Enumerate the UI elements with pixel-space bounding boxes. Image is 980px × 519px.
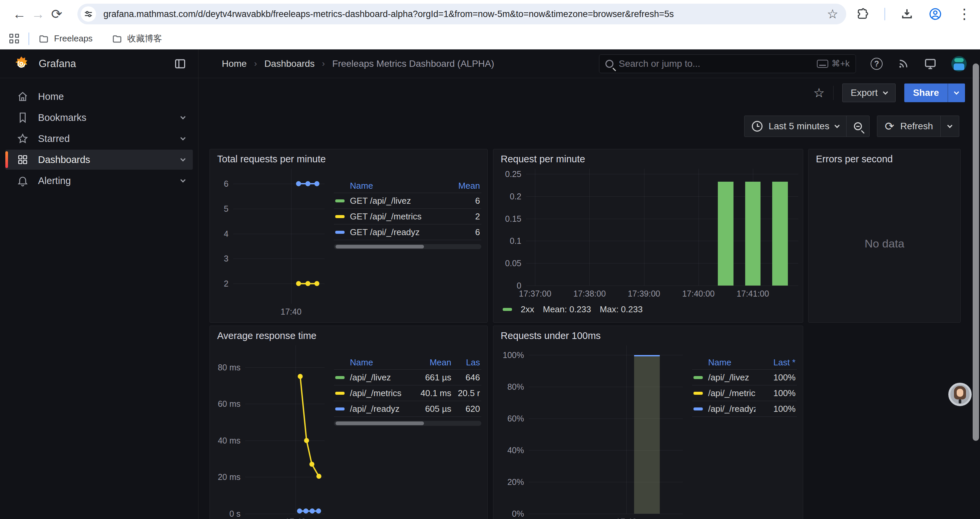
download-icon[interactable] — [900, 8, 913, 21]
legend-row[interactable]: GET /api/_/metrics2 — [334, 208, 481, 224]
timeseries-chart[interactable]: 65432 17:40 — [215, 169, 325, 318]
scrollbar-thumb[interactable] — [973, 64, 979, 441]
search-input[interactable] — [619, 58, 817, 69]
legend-column-header[interactable]: Name — [708, 357, 756, 368]
legend-column-header[interactable]: Mean — [411, 357, 451, 368]
legend-series-name: /api/_/livez — [350, 372, 411, 383]
extensions-icon[interactable] — [856, 8, 869, 21]
app-body: Home Bookmarks Starred — [0, 78, 980, 519]
series-swatch — [335, 215, 345, 218]
share-dropdown-button[interactable] — [948, 83, 965, 102]
reload-icon[interactable]: ⟳ — [48, 6, 66, 22]
profile-icon[interactable] — [929, 7, 942, 21]
legend-row[interactable]: /api/_/metrics40.1 ms20.5 r — [334, 385, 481, 401]
sidebar-item-label: Dashboards — [38, 154, 90, 165]
legend-scrollbar-thumb[interactable] — [336, 245, 424, 249]
user-avatar[interactable] — [951, 56, 967, 72]
keyboard-icon — [817, 60, 828, 68]
apps-grid-icon[interactable] — [10, 34, 19, 43]
chevron-down-icon[interactable] — [180, 114, 186, 119]
url-text: grafana.mathmast.com/d/deytv4rwavabkb/fr… — [103, 9, 824, 19]
legend-value: 100% — [756, 388, 795, 398]
legend-row[interactable]: /api/_/livez100% — [692, 369, 797, 385]
bookmark-star-icon[interactable]: ☆ — [827, 7, 838, 21]
favorite-star-icon[interactable]: ☆ — [813, 86, 824, 100]
y-axis-tick-label: 5 — [224, 204, 229, 213]
time-range-picker[interactable]: Last 5 minutes — [745, 116, 846, 137]
sidebar-item-alerting[interactable]: Alerting — [5, 171, 193, 191]
export-button[interactable]: Export — [842, 83, 896, 102]
refresh-interval-dropdown[interactable] — [940, 116, 959, 137]
bell-icon — [17, 175, 29, 187]
legend-column-header[interactable]: Name — [350, 357, 411, 368]
legend[interactable]: 2xx Mean: 0.233 Max: 0.233 — [498, 300, 798, 318]
monitor-icon[interactable] — [924, 57, 937, 70]
chevron-down-icon[interactable] — [180, 177, 186, 182]
rss-icon[interactable] — [897, 58, 909, 70]
search-box[interactable]: ⌘+k — [599, 54, 856, 73]
legend-column-header[interactable]: Name — [350, 181, 440, 191]
legend-scrollbar-thumb[interactable] — [336, 422, 424, 425]
folder-icon — [112, 34, 122, 44]
url-bar[interactable]: grafana.mathmast.com/d/deytv4rwavabkb/fr… — [77, 4, 846, 24]
panel-title[interactable]: Total requests per minute — [210, 149, 487, 169]
legend-scrollbar[interactable] — [334, 244, 481, 249]
legend-row[interactable]: /api/_/metrics100% — [692, 385, 797, 401]
legend-column-header[interactable]: Las — [451, 357, 480, 368]
legend-row[interactable]: /api/_/livez661 µs646 — [334, 369, 481, 385]
panel-title[interactable]: Average response time — [210, 326, 487, 345]
back-icon[interactable]: ← — [10, 7, 29, 22]
floating-assistant-avatar[interactable] — [948, 383, 972, 406]
zoom-out-button[interactable] — [846, 116, 869, 137]
legend-scrollbar[interactable] — [334, 421, 481, 426]
share-button[interactable]: Share — [904, 83, 965, 102]
breadcrumb-dashboards[interactable]: Dashboards — [264, 58, 315, 69]
grafana-logo-icon[interactable] — [13, 56, 29, 72]
bar-chart[interactable]: 0.250.20.150.10.050 17:37:0017:38:0017:3… — [498, 169, 798, 300]
browser-actions: ⋮ — [856, 7, 971, 21]
legend-row[interactable]: GET /api/_/readyz6 — [334, 224, 481, 240]
legend-row[interactable]: /api/_/readyz605 µs620 — [334, 401, 481, 417]
bookmark-folder-label: Freeleaps — [54, 34, 93, 44]
bookmark-folder-label: 收藏博客 — [127, 33, 162, 45]
chart-series-svg — [233, 169, 325, 303]
chart-series-svg — [529, 345, 683, 514]
browser-menu-icon[interactable]: ⋮ — [957, 7, 971, 21]
y-axis-tick-label: 0% — [512, 509, 524, 519]
chevron-down-icon[interactable] — [180, 156, 186, 161]
legend-value: 2 — [440, 211, 480, 222]
legend-column-header[interactable]: Last * — [756, 357, 795, 368]
y-axis-tick-label: 60 ms — [218, 399, 240, 409]
folder-icon — [39, 34, 49, 44]
chevron-down-icon[interactable] — [180, 135, 186, 140]
site-settings-icon[interactable] — [81, 6, 96, 22]
bookmark-folder-blogs[interactable]: 收藏博客 — [112, 33, 162, 45]
legend-row[interactable]: /api/_/readyz100% — [692, 401, 797, 417]
forward-icon[interactable]: → — [29, 7, 48, 22]
panel-title[interactable]: Request per minute — [493, 149, 803, 169]
help-icon[interactable]: ? — [870, 58, 883, 70]
sidebar-item-starred[interactable]: Starred — [5, 129, 193, 149]
sidebar-item-dashboards[interactable]: Dashboards — [5, 150, 193, 170]
legend-column-header[interactable]: Mean — [440, 181, 480, 191]
panel-title[interactable]: Requests under 100ms — [493, 326, 803, 345]
browser-toolbar: ← → ⟳ grafana.mathmast.com/d/deytv4rwava… — [0, 0, 980, 28]
legend-series-name: /api/_/metrics — [708, 388, 756, 398]
share-button-label[interactable]: Share — [904, 83, 948, 102]
timeseries-chart[interactable]: 80 ms60 ms40 ms20 ms0 s 17:40 — [215, 345, 325, 519]
panel-title[interactable]: Errors per second — [808, 149, 960, 169]
y-axis-tick-label: 3 — [224, 254, 229, 263]
series-swatch — [335, 200, 345, 203]
sidebar-item-bookmarks[interactable]: Bookmarks — [5, 107, 193, 128]
page-scrollbar[interactable] — [973, 50, 979, 519]
sidebar-item-home[interactable]: Home — [5, 86, 193, 107]
sidebar-toggle-icon[interactable] — [174, 58, 186, 70]
legend-row[interactable]: GET /api/_/livez6 — [334, 193, 481, 208]
panel-requests-under-100ms: Requests under 100ms 100%80%60%40%20%0% … — [493, 326, 803, 519]
area-chart[interactable]: 100%80%60%40%20%0% 17:40 — [498, 345, 683, 519]
breadcrumb-home[interactable]: Home — [222, 58, 247, 69]
y-axis-tick-label: 0.25 — [505, 169, 521, 179]
bookmark-folder-freeleaps[interactable]: Freeleaps — [39, 34, 93, 44]
refresh-button[interactable]: ⟳ Refresh — [877, 116, 940, 137]
legend-series-name: GET /api/_/readyz — [350, 227, 440, 238]
